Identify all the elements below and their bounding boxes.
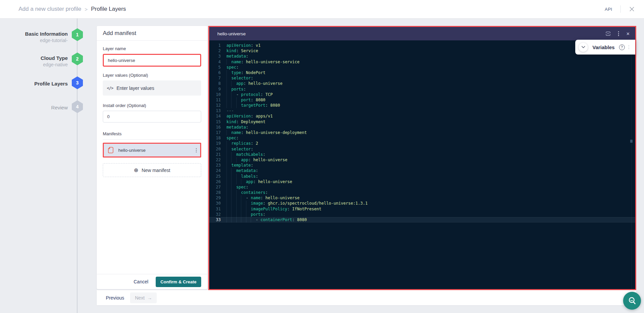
line-number: 14	[209, 113, 221, 119]
editor-scrollbar-thumb[interactable]	[630, 140, 633, 143]
header-actions: API	[605, 5, 635, 13]
next-label: Next	[135, 295, 145, 301]
code-line[interactable]: 17 name: hello-universe-deployment	[209, 130, 635, 135]
editor-scrollbar-track	[631, 40, 632, 290]
line-number: 2	[209, 48, 221, 54]
line-number: 3	[209, 54, 221, 59]
variables-kebab-icon[interactable]	[628, 45, 630, 49]
install-order-label: Install order (Optional)	[103, 103, 201, 108]
editor-menu-kebab-icon[interactable]	[618, 31, 619, 36]
code-line[interactable]: 22 app: hello-universe	[209, 157, 635, 163]
code-line[interactable]: 8 app: hello-universe	[209, 81, 635, 86]
step-number-badge: 4	[72, 100, 83, 113]
code-line[interactable]: 25 labels:	[209, 174, 635, 179]
line-number: 10	[209, 92, 221, 97]
line-number: 29	[209, 195, 221, 201]
collapse-panel-icon[interactable]	[605, 31, 611, 36]
code-line[interactable]: 3metadata:	[209, 54, 635, 59]
code-line[interactable]: 9 ports:	[209, 86, 635, 92]
variables-label: Variables	[592, 44, 615, 50]
line-number: 26	[209, 179, 221, 184]
help-search-fab[interactable]	[623, 292, 641, 310]
manifest-item[interactable]: hello-universe	[103, 143, 201, 158]
next-button[interactable]: Next →	[130, 292, 157, 303]
line-number: 20	[209, 146, 221, 152]
code-line[interactable]: 24 metadata:	[209, 168, 635, 173]
step-sublabel: edge-tutorial-	[4, 37, 68, 44]
step-label: Cloud Type	[4, 55, 68, 62]
code-line[interactable]: 33 - containerPort: 8080	[209, 217, 635, 222]
enter-layer-values-button[interactable]: </> Enter layer values	[103, 80, 201, 96]
cancel-button[interactable]: Cancel	[133, 279, 148, 284]
variables-panel: Variables ?	[575, 40, 635, 55]
code-line[interactable]: 19 replicas: 2	[209, 141, 635, 146]
breadcrumb: Add a new cluster profile > Profile Laye…	[19, 6, 126, 12]
layer-name-input[interactable]	[103, 54, 201, 67]
code-line[interactable]: 23 template:	[209, 163, 635, 168]
manifest-kebab-icon[interactable]	[196, 148, 197, 152]
line-number: 13	[209, 108, 221, 113]
code-line[interactable]: 7 selector:	[209, 75, 635, 81]
code-line[interactable]: 12 targetPort: 8080	[209, 103, 635, 108]
api-toggle[interactable]: API	[605, 7, 612, 12]
step-label: Review	[4, 104, 68, 111]
yaml-code-area[interactable]: 1apiVersion: v12kind: Service3metadata:4…	[209, 40, 635, 290]
code-line[interactable]: 2kind: Service	[209, 48, 635, 54]
variables-collapse-chevron-icon[interactable]	[579, 43, 588, 52]
code-line[interactable]: 26 app: hello-universe	[209, 179, 635, 184]
code-line[interactable]: 5spec:	[209, 65, 635, 70]
manifest-code-editor: hello-universe ✕ 1apiVersion: v12kind: S…	[208, 26, 636, 290]
code-line[interactable]: 11 port: 8080	[209, 97, 635, 103]
code-line[interactable]: 13---	[209, 108, 635, 113]
line-number: 17	[209, 130, 221, 135]
line-number: 18	[209, 135, 221, 141]
manifest-name: hello-universe	[118, 148, 146, 153]
line-number: 21	[209, 152, 221, 157]
previous-button[interactable]: Previous	[106, 295, 124, 301]
line-number: 5	[209, 65, 221, 70]
step-label: Profile Layers	[4, 80, 68, 87]
line-number: 22	[209, 157, 221, 163]
arrow-right-icon: →	[147, 295, 152, 301]
line-number: 23	[209, 163, 221, 168]
code-line[interactable]: 14apiVersion: apps/v1	[209, 113, 635, 119]
header-divider	[620, 5, 621, 13]
code-line[interactable]: 4 name: hello-universe-service	[209, 59, 635, 65]
confirm-create-button[interactable]: Confirm & Create	[156, 277, 201, 287]
install-order-input[interactable]	[103, 111, 201, 123]
code-line[interactable]: 28 containers:	[209, 190, 635, 195]
code-line[interactable]: 27 spec:	[209, 184, 635, 190]
code-line[interactable]: 31 imagePullPolicy: IfNotPresent	[209, 206, 635, 212]
code-line[interactable]: 16metadata:	[209, 125, 635, 130]
close-icon[interactable]	[629, 6, 635, 12]
breadcrumb-current: Profile Layers	[91, 6, 126, 12]
new-manifest-button[interactable]: ⊕ New manifest	[103, 163, 201, 177]
code-line[interactable]: 18spec:	[209, 135, 635, 141]
line-number: 28	[209, 190, 221, 195]
breadcrumb-parent[interactable]: Add a new cluster profile	[19, 6, 81, 12]
code-line[interactable]: 29 - name: hello-universe	[209, 195, 635, 201]
line-number: 30	[209, 201, 221, 206]
code-line[interactable]: 21 matchLabels:	[209, 152, 635, 157]
layer-name-label: Layer name	[103, 46, 201, 51]
step-sublabel: edge-native	[4, 62, 68, 68]
line-number: 27	[209, 184, 221, 190]
editor-titlebar: hello-universe ✕	[209, 27, 635, 40]
code-line[interactable]: 32 ports:	[209, 212, 635, 217]
line-number: 16	[209, 125, 221, 130]
variables-help-icon[interactable]: ?	[619, 44, 625, 50]
code-line[interactable]: 30 image: ghcr.io/spectrocloud/hello-uni…	[209, 201, 635, 206]
magnifier-smile-icon	[627, 296, 637, 306]
panel-title: Add manifest	[97, 26, 207, 41]
code-line[interactable]: 20 selector:	[209, 146, 635, 152]
line-number: 19	[209, 141, 221, 146]
manifests-divider	[103, 139, 201, 140]
code-line[interactable]: 1apiVersion: v1	[209, 43, 635, 48]
line-number: 32	[209, 212, 221, 217]
editor-close-icon[interactable]: ✕	[626, 31, 630, 36]
plus-circle-icon: ⊕	[134, 167, 138, 173]
code-line[interactable]: 15kind: Deployment	[209, 119, 635, 125]
layer-values-label: Layer values (Optional)	[103, 73, 201, 78]
code-line[interactable]: 6 type: NodePort	[209, 70, 635, 75]
code-line[interactable]: 10 - protocol: TCP	[209, 92, 635, 97]
